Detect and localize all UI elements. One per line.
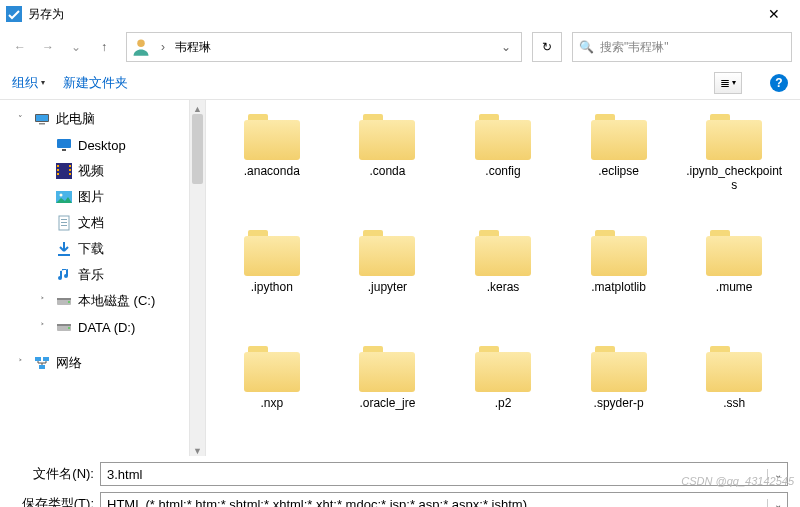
tree-item-label: 音乐 [78,266,104,284]
filetype-field[interactable]: ⌄ [100,492,788,507]
organize-button[interactable]: 组织 ▾ [12,74,45,92]
folder-item[interactable]: .nxp [216,346,328,456]
window-title: 另存为 [28,6,64,23]
folder-icon [475,114,531,160]
filetype-label: 保存类型(T): [12,495,100,507]
tree-item-pic[interactable]: 图片 [0,184,189,210]
filetype-dropdown-icon[interactable]: ⌄ [767,499,787,508]
svg-rect-17 [61,219,67,220]
titlebar: 另存为 ✕ [0,0,800,28]
folder-label: .eclipse [598,164,639,178]
folder-icon [244,230,300,276]
tree-item-pc[interactable]: ˅此电脑 [0,106,189,132]
expand-icon[interactable]: ˅ [18,114,28,124]
tree-item-disk[interactable]: ˃DATA (D:) [0,314,189,340]
address-bar[interactable]: › 韦程琳 ⌄ [126,32,522,62]
tree-scrollbar[interactable]: ▲ ▼ [190,100,206,456]
mus-icon [56,267,72,283]
folder-item[interactable]: .jupyter [332,230,444,342]
folder-label: .jupyter [368,280,407,294]
search-placeholder: 搜索"韦程琳" [600,39,669,56]
filename-label: 文件名(N): [12,465,100,483]
folder-label: .oracle_jre [359,396,415,410]
back-button[interactable]: ← [8,35,32,59]
expand-icon[interactable]: ˃ [18,358,28,368]
folder-label: .anaconda [244,164,300,178]
folder-icon [591,114,647,160]
folder-item[interactable]: .ssh [678,346,790,456]
folder-item[interactable]: .eclipse [563,114,675,226]
app-icon [6,6,22,22]
disk-icon [56,319,72,335]
folder-item[interactable]: .spyder-p [563,346,675,456]
folder-label: .matplotlib [591,280,646,294]
desk-icon [56,137,72,153]
search-input[interactable]: 🔍 搜索"韦程琳" [572,32,792,62]
folder-item[interactable]: .conda [332,114,444,226]
tree-item-label: 文档 [78,214,104,232]
folder-label: .conda [369,164,405,178]
history-button[interactable]: ⌄ [64,35,88,59]
tree-item-label: Desktop [78,138,126,153]
folder-icon [706,346,762,392]
view-mode-button[interactable]: ≣ ▾ [714,72,742,94]
tree-item-net[interactable]: ˃网络 [0,350,189,376]
folder-label: .p2 [495,396,512,410]
tree-item-label: 网络 [56,354,82,372]
tree-item-label: 本地磁盘 (C:) [78,292,155,310]
filename-input[interactable] [101,467,767,482]
folder-item[interactable]: .matplotlib [563,230,675,342]
disk-icon [56,293,72,309]
net-icon [34,355,50,371]
tree-item-vid[interactable]: 视频 [0,158,189,184]
breadcrumb-current[interactable]: 韦程琳 [171,39,215,56]
tree-item-down[interactable]: 下载 [0,236,189,262]
folder-tree[interactable]: ˅此电脑Desktop视频图片文档下载音乐˃本地磁盘 (C:)˃DATA (D:… [0,100,190,456]
expand-icon[interactable]: ˃ [40,296,50,306]
folder-icon [591,230,647,276]
tree-item-label: 图片 [78,188,104,206]
folder-item[interactable]: .ipython [216,230,328,342]
toolbar: 组织 ▾ 新建文件夹 ≣ ▾ ? [0,66,800,100]
refresh-button[interactable]: ↻ [532,32,562,62]
folder-item[interactable]: .ipynb_checkpoints [678,114,790,226]
filename-field[interactable]: ⌄ [100,462,788,486]
address-dropdown-icon[interactable]: ⌄ [495,40,517,54]
tree-item-mus[interactable]: 音乐 [0,262,189,288]
svg-point-1 [137,40,145,48]
folder-item[interactable]: .config [447,114,559,226]
svg-rect-22 [57,298,71,300]
folder-item[interactable]: .oracle_jre [332,346,444,456]
folder-item[interactable]: .keras [447,230,559,342]
nav-row: ← → ⌄ ↑ › 韦程琳 ⌄ ↻ 🔍 搜索"韦程琳" [0,28,800,66]
close-icon: ✕ [768,6,780,22]
back-icon: ← [14,40,26,54]
svg-rect-8 [57,165,59,167]
svg-rect-0 [6,6,22,22]
tree-item-doc[interactable]: 文档 [0,210,189,236]
new-folder-button[interactable]: 新建文件夹 [63,74,128,92]
svg-rect-28 [43,357,49,361]
folder-item[interactable]: .mume [678,230,790,342]
tree-item-disk[interactable]: ˃本地磁盘 (C:) [0,288,189,314]
up-button[interactable]: ↑ [92,35,116,59]
tree-item-label: DATA (D:) [78,320,135,335]
filetype-input[interactable] [101,497,767,508]
expand-icon[interactable]: ˃ [40,322,50,332]
pic-icon [56,189,72,205]
tree-item-desk[interactable]: Desktop [0,132,189,158]
help-button[interactable]: ? [770,74,788,92]
svg-rect-11 [69,165,71,167]
folder-label: .ssh [723,396,745,410]
svg-point-26 [68,327,70,329]
filename-dropdown-icon[interactable]: ⌄ [767,469,787,480]
close-button[interactable]: ✕ [754,0,794,28]
folder-icon [244,114,300,160]
folder-item[interactable]: .anaconda [216,114,328,226]
dialog-body: ˅此电脑Desktop视频图片文档下载音乐˃本地磁盘 (C:)˃DATA (D:… [0,100,800,456]
forward-button[interactable]: → [36,35,60,59]
svg-rect-29 [39,365,45,369]
folder-item[interactable]: .p2 [447,346,559,456]
scrollbar-thumb[interactable] [192,114,203,184]
file-grid[interactable]: .anaconda.conda.config.eclipse.ipynb_che… [206,100,800,456]
